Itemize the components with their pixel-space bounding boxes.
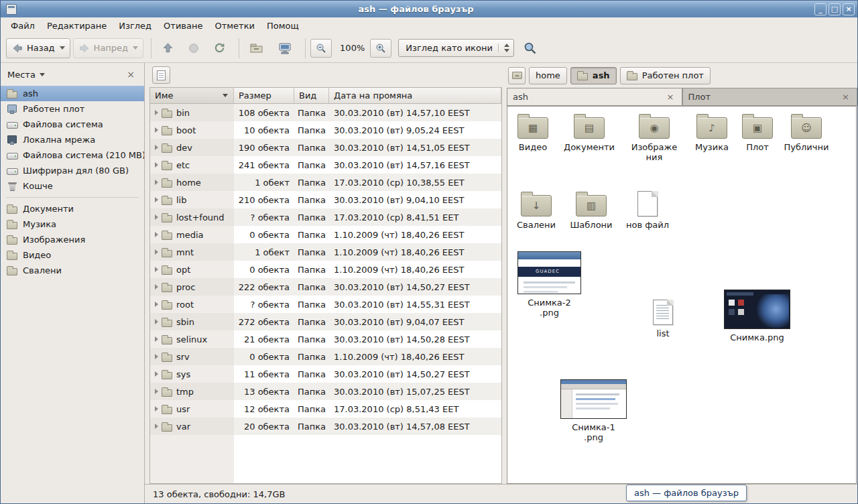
folder-music[interactable]: ♪ Музика: [688, 113, 735, 152]
maximize-button[interactable]: □: [829, 3, 841, 15]
table-row[interactable]: dev 190 обекта Папка 30.03.2010 (вт) 14,…: [150, 139, 501, 156]
folder-public[interactable]: ☺ Публични: [782, 113, 831, 152]
forward-button[interactable]: Напред: [73, 38, 143, 58]
file-snimka2[interactable]: Снимка-2.png: [517, 251, 582, 318]
computer-button[interactable]: [272, 38, 298, 59]
expander-icon[interactable]: [155, 319, 158, 324]
menu-item[interactable]: Файл: [5, 19, 41, 33]
column-header-date[interactable]: Дата на промяна: [329, 88, 501, 104]
sidebar-item[interactable]: Шифриран дял (80 GB): [1, 163, 144, 178]
column-header-size[interactable]: Размер: [234, 88, 294, 104]
table-row[interactable]: bin 108 обекта Папка 30.03.2010 (вт) 14,…: [150, 104, 501, 121]
places-title[interactable]: Места: [7, 70, 36, 80]
sidebar-item[interactable]: Файлова система: [1, 117, 144, 132]
menu-item[interactable]: Редактиране: [41, 19, 113, 33]
breadcrumb-root-button[interactable]: [508, 67, 526, 84]
expander-icon[interactable]: [155, 267, 158, 272]
view-mode-spinner-icon[interactable]: [498, 44, 509, 52]
folder-documents[interactable]: ▤ Документи: [562, 113, 616, 152]
file-snimka1[interactable]: Снимка-1.png: [560, 379, 627, 442]
table-row[interactable]: lib 210 обекта Папка 30.03.2010 (вт) 9,0…: [150, 191, 501, 208]
icon-view[interactable]: ▦ Видео ▤ Документи ◉ Изображения ♪ Музи…: [507, 106, 857, 484]
sidebar-item[interactable]: Свалени: [1, 263, 144, 278]
stop-button[interactable]: [182, 38, 205, 58]
title-bar[interactable]: ash — файлов браузър _ □ ×: [1, 1, 857, 17]
file-snimka[interactable]: Снимка.png: [723, 290, 791, 342]
search-button[interactable]: [518, 38, 542, 59]
folder-templates[interactable]: ▥ Шаблони: [568, 191, 615, 230]
table-row[interactable]: proc 222 обекта Папка 30.03.2010 (вт) 14…: [150, 278, 501, 296]
table-row[interactable]: var 20 обекта Папка 30.03.2010 (вт) 14,5…: [150, 418, 501, 435]
view-mode-select[interactable]: Изглед като икони: [398, 39, 514, 57]
zoom-in-button[interactable]: [370, 39, 391, 58]
close-button[interactable]: ×: [843, 3, 855, 15]
sidebar-item[interactable]: ash: [1, 86, 144, 101]
expander-icon[interactable]: [155, 336, 158, 342]
table-row[interactable]: lost+found ? обекта Папка 17.03.2010 (ср…: [150, 208, 501, 226]
home-folder-button[interactable]: [244, 38, 269, 59]
reload-button[interactable]: [208, 38, 231, 58]
expander-icon[interactable]: [155, 162, 158, 168]
sidebar-item[interactable]: Изображения: [1, 232, 144, 247]
file-new-file[interactable]: нов файл: [624, 191, 671, 230]
places-selector-icon[interactable]: [40, 73, 45, 76]
expander-icon[interactable]: [155, 232, 158, 237]
expander-icon[interactable]: [155, 127, 158, 133]
menu-item[interactable]: Отиване: [158, 19, 208, 33]
sidebar-item[interactable]: Видео: [1, 247, 144, 263]
table-row[interactable]: media 0 обекта Папка 1.10.2009 (чт) 18,4…: [150, 226, 501, 243]
expander-icon[interactable]: [155, 371, 158, 377]
sidebar-item[interactable]: Кошче: [1, 178, 144, 194]
expander-icon[interactable]: [155, 145, 158, 150]
breadcrumb-button[interactable]: home: [529, 67, 567, 84]
tab-close-icon[interactable]: ×: [665, 92, 676, 102]
table-row[interactable]: boot 10 обекта Папка 30.03.2010 (вт) 9,0…: [150, 121, 501, 139]
file-list[interactable]: list: [641, 300, 684, 338]
pane-notes-button[interactable]: [152, 66, 170, 84]
table-row[interactable]: tmp 13 обекта Папка 30.03.2010 (вт) 15,0…: [150, 383, 501, 400]
column-header-type[interactable]: Вид: [294, 88, 329, 104]
places-close-button[interactable]: ×: [124, 69, 137, 80]
back-button[interactable]: Назад: [6, 38, 70, 58]
expander-icon[interactable]: [155, 424, 158, 429]
menu-item[interactable]: Изглед: [113, 19, 158, 33]
up-button[interactable]: [156, 38, 180, 58]
expander-icon[interactable]: [155, 197, 158, 202]
expander-icon[interactable]: [155, 389, 158, 394]
table-row[interactable]: sys 11 обекта Папка 30.03.2010 (вт) 14,5…: [150, 365, 501, 383]
table-row[interactable]: srv 0 обекта Папка 1.10.2009 (чт) 18,40,…: [150, 348, 501, 365]
tab[interactable]: ash ×: [507, 88, 682, 105]
expander-icon[interactable]: [155, 354, 158, 359]
table-row[interactable]: selinux 21 обекта Папка 30.03.2010 (вт) …: [150, 330, 501, 348]
breadcrumb-button[interactable]: Работен плот: [620, 67, 711, 84]
folder-images[interactable]: ◉ Изображения: [629, 113, 679, 162]
expander-icon[interactable]: [155, 110, 158, 115]
zoom-out-button[interactable]: [310, 39, 332, 58]
tab[interactable]: Плот ×: [682, 88, 858, 105]
folder-desktop[interactable]: ▣ Плот: [738, 113, 777, 152]
menu-item[interactable]: Помощ: [261, 19, 305, 33]
sidebar-item[interactable]: Музика: [1, 216, 144, 232]
sidebar-item[interactable]: Файлова система (210 MB): [1, 147, 144, 163]
expander-icon[interactable]: [155, 180, 158, 185]
table-row[interactable]: sbin 272 обекта Папка 30.03.2010 (вт) 9,…: [150, 313, 501, 330]
expander-icon[interactable]: [155, 249, 158, 255]
table-row[interactable]: home 1 обект Папка 17.03.2010 (ср) 10,38…: [150, 174, 501, 191]
sidebar-item[interactable]: Документи: [1, 201, 144, 216]
folder-downloads[interactable]: ↓ Свалени: [513, 191, 560, 230]
expander-icon[interactable]: [155, 406, 158, 412]
sidebar-item[interactable]: Работен плот: [1, 101, 144, 117]
breadcrumb-button[interactable]: ash: [570, 67, 617, 84]
table-row[interactable]: mnt 1 обект Папка 1.10.2009 (чт) 18,40,2…: [150, 243, 501, 261]
sidebar-item[interactable]: Локална мрежа: [1, 132, 144, 147]
back-dropdown-icon[interactable]: [60, 46, 65, 50]
expander-icon[interactable]: [155, 214, 158, 220]
folder-video[interactable]: ▦ Видео: [509, 113, 557, 152]
column-header-name[interactable]: Име: [150, 88, 234, 104]
table-row[interactable]: root ? обекта Папка 30.03.2010 (вт) 14,5…: [150, 296, 501, 313]
minimize-button[interactable]: _: [814, 3, 826, 15]
table-row[interactable]: usr 12 обекта Папка 17.03.2010 (ср) 8,51…: [150, 400, 501, 418]
tab-close-icon[interactable]: ×: [840, 92, 851, 102]
expander-icon[interactable]: [155, 284, 158, 290]
expander-icon[interactable]: [155, 302, 158, 307]
